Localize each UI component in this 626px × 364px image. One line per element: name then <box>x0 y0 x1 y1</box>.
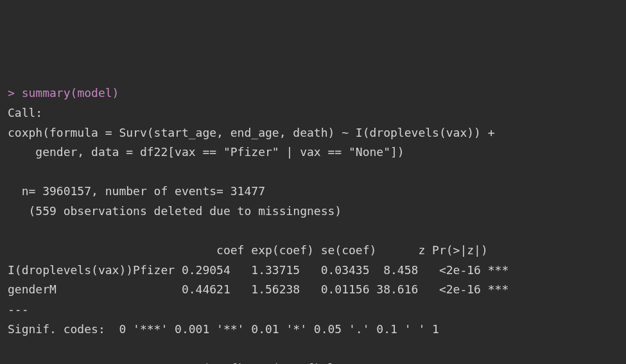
r-command: summary(model) <box>22 86 119 100</box>
blank-line-3 <box>8 339 618 359</box>
coef-row-pfizer: I(droplevels(vax))Pfizer 0.29054 1.33715… <box>8 261 618 281</box>
prompt-symbol: > <box>8 86 22 100</box>
coef-row-gender: genderM 0.44621 1.56238 0.01156 38.616 <… <box>8 280 618 300</box>
separator: --- <box>8 300 618 320</box>
call-formula-line2: gender, data = df22[vax == "Pfizer" | va… <box>8 143 618 162</box>
blank-line-1 <box>8 162 618 182</box>
call-formula-line1: coxph(formula = Surv(start_age, end_age,… <box>8 123 618 143</box>
signif-codes: Signif. codes: 0 '***' 0.001 '**' 0.01 '… <box>8 320 618 340</box>
call-label: Call: <box>8 103 618 123</box>
ci-table-header: exp(coef) exp(-coef) lower .95 upper .95 <box>8 359 618 364</box>
coef-table-header: coef exp(coef) se(coef) z Pr(>|z|) <box>8 241 618 261</box>
command-line: > summary(model) <box>8 83 618 103</box>
missingness-line: (559 observations deleted due to missing… <box>8 202 618 221</box>
n-events-line: n= 3960157, number of events= 31477 <box>8 182 618 202</box>
blank-line-2 <box>8 221 618 241</box>
